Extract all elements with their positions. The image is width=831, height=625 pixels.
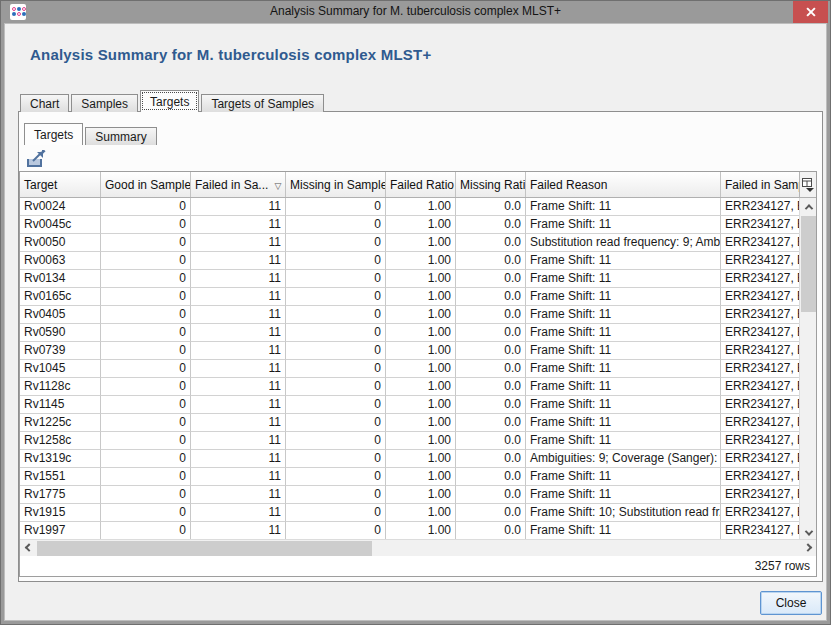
column-header-failed-ratio[interactable]: Failed Ratio [386, 172, 456, 197]
tab-targets-of-samples[interactable]: Targets of Samples [201, 94, 324, 112]
chevron-up-icon [804, 204, 812, 212]
table-row[interactable]: Rv104501101.000.0Frame Shift: 11ERR23412… [20, 360, 801, 378]
table-row[interactable]: Rv040501101.000.0Frame Shift: 11ERR23412… [20, 306, 801, 324]
table-cell: Rv0405 [20, 306, 101, 324]
table-row[interactable]: Rv002401101.000.0Frame Shift: 11ERR23412… [20, 198, 801, 216]
table-cell: 11 [191, 360, 286, 378]
table-cell: 11 [191, 414, 286, 432]
table-cell: 1.00 [386, 504, 456, 522]
table-cell: Frame Shift: 10; Substitution read fr... [526, 504, 721, 522]
title-bar[interactable]: Analysis Summary for M. tuberculosis com… [1, 1, 830, 23]
table-cell: ERR234127, ER. [721, 360, 801, 378]
chevron-right-icon [803, 543, 811, 551]
table-cell: 0 [101, 396, 191, 414]
table-cell: ERR234127, ER. [721, 198, 801, 216]
export-table-button[interactable] [25, 150, 47, 169]
close-button[interactable]: Close [760, 591, 822, 615]
table-cell: 11 [191, 432, 286, 450]
table-cell: 11 [191, 288, 286, 306]
table-cell: 0 [286, 216, 386, 234]
table-row[interactable]: Rv0165c01101.000.0Frame Shift: 11ERR2341… [20, 288, 801, 306]
column-header-failed-in-sa[interactable]: Failed in Sa...▽ [191, 172, 286, 197]
table-row[interactable]: Rv073901101.000.0Frame Shift: 11ERR23412… [20, 342, 801, 360]
table-cell: 0 [101, 234, 191, 252]
table-row[interactable]: Rv191501101.000.0Frame Shift: 10; Substi… [20, 504, 801, 522]
table-cell: 0.0 [456, 468, 526, 486]
column-header-failed-reason[interactable]: Failed Reason [526, 172, 721, 197]
table-cell: 0.0 [456, 270, 526, 288]
table-cell: 0 [101, 486, 191, 504]
table-cell: ERR234127, ER. [721, 432, 801, 450]
column-header-target[interactable]: Target [20, 172, 101, 197]
table-cell: Frame Shift: 11 [526, 414, 721, 432]
table-cell: 0 [286, 450, 386, 468]
table-row[interactable]: Rv1319c01101.000.0Ambiguities: 9; Covera… [20, 450, 801, 468]
window-close-button[interactable] [793, 1, 828, 23]
table-cell: 0 [286, 360, 386, 378]
table-cell: 1.00 [386, 342, 456, 360]
table-row[interactable]: Rv1128c01101.000.0Frame Shift: 11ERR2341… [20, 378, 801, 396]
table-cell: 11 [191, 270, 286, 288]
column-header-good-in-samples[interactable]: Good in Samples [101, 172, 191, 197]
chevron-left-icon [24, 543, 32, 551]
table-cell: 0.0 [456, 198, 526, 216]
table-cell: 0 [286, 504, 386, 522]
table-cell: Rv0050 [20, 234, 101, 252]
scroll-right-button[interactable] [799, 540, 816, 557]
table-cell: 1.00 [386, 324, 456, 342]
table-cell: Rv1551 [20, 468, 101, 486]
analysis-summary-dialog: Analysis Summary for M. tuberculosis com… [0, 0, 831, 625]
scroll-up-button[interactable] [800, 198, 817, 215]
tab-samples[interactable]: Samples [71, 94, 138, 112]
table-cell: 0.0 [456, 432, 526, 450]
table-cell: 0 [101, 378, 191, 396]
table-row[interactable]: Rv0045c01101.000.0Frame Shift: 11ERR2341… [20, 216, 801, 234]
horizontal-scrollbar-thumb[interactable] [37, 541, 372, 556]
column-header-missing-in-samples[interactable]: Missing in Samples [286, 172, 386, 197]
table-cell: 0 [101, 504, 191, 522]
dialog-body: Analysis Summary for M. tuberculosis com… [1, 23, 830, 624]
vertical-scrollbar[interactable] [799, 198, 816, 541]
table-row[interactable]: Rv199701101.000.0Frame Shift: 11ERR23412… [20, 522, 801, 540]
horizontal-scrollbar[interactable] [20, 539, 816, 556]
scroll-left-button[interactable] [20, 540, 37, 557]
table-row[interactable]: Rv006301101.000.0Frame Shift: 11ERR23412… [20, 252, 801, 270]
table-body: Rv002401101.000.0Frame Shift: 11ERR23412… [20, 198, 801, 541]
column-header-missing-ratio[interactable]: Missing Ratio [456, 172, 526, 197]
table-cell: Rv0590 [20, 324, 101, 342]
table-cell: ERR234127, ER. [721, 216, 801, 234]
table-cell: 11 [191, 396, 286, 414]
table-cell: 0 [286, 288, 386, 306]
table-cell: 1.00 [386, 288, 456, 306]
tab-summary[interactable]: Summary [85, 127, 156, 145]
table-cell: 0.0 [456, 486, 526, 504]
table-cell: 0 [286, 432, 386, 450]
table-cell: ERR234127, ER. [721, 288, 801, 306]
table-cell: 0.0 [456, 306, 526, 324]
table-cell: ERR234127, ER. [721, 414, 801, 432]
tab-targets[interactable]: Targets [24, 123, 83, 145]
table-row[interactable]: Rv177501101.000.0Frame Shift: 11ERR23412… [20, 486, 801, 504]
table-cell: ERR234127, ER. [721, 324, 801, 342]
table-row[interactable]: Rv1225c01101.000.0Frame Shift: 11ERR2341… [20, 414, 801, 432]
table-cell: 0 [101, 360, 191, 378]
table-row[interactable]: Rv013401101.000.0Frame Shift: 11ERR23412… [20, 270, 801, 288]
table-row[interactable]: Rv114501101.000.0Frame Shift: 11ERR23412… [20, 396, 801, 414]
tab-chart[interactable]: Chart [20, 94, 69, 112]
table-row[interactable]: Rv155101101.000.0Frame Shift: 11ERR23412… [20, 468, 801, 486]
table-cell: Frame Shift: 11 [526, 324, 721, 342]
table-cell: 0.0 [456, 288, 526, 306]
table-cell: 1.00 [386, 234, 456, 252]
table-row[interactable]: Rv059001101.000.0Frame Shift: 11ERR23412… [20, 324, 801, 342]
table-row[interactable]: Rv005001101.000.0Substitution read frequ… [20, 234, 801, 252]
table-cell: 1.00 [386, 270, 456, 288]
table-cell: Frame Shift: 11 [526, 198, 721, 216]
table-cell: Frame Shift: 11 [526, 288, 721, 306]
table-cell: ERR234127, ER. [721, 396, 801, 414]
column-header-failed-in-sample[interactable]: Failed in Sample [721, 172, 801, 197]
chevron-down-icon [804, 527, 812, 535]
tab-targets[interactable]: Targets [140, 90, 199, 112]
vertical-scrollbar-thumb[interactable] [801, 216, 816, 312]
table-row[interactable]: Rv1258c01101.000.0Frame Shift: 11ERR2341… [20, 432, 801, 450]
column-config-button[interactable] [799, 172, 816, 198]
